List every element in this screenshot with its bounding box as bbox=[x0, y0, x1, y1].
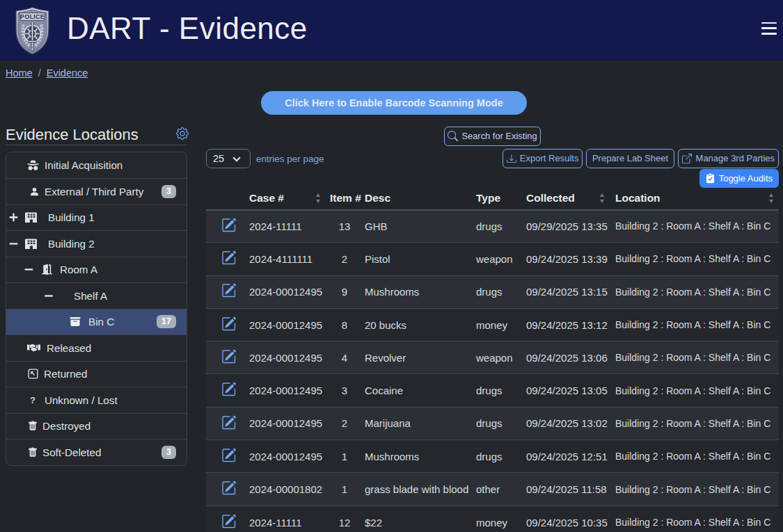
svg-text:POLICE: POLICE bbox=[20, 13, 45, 20]
